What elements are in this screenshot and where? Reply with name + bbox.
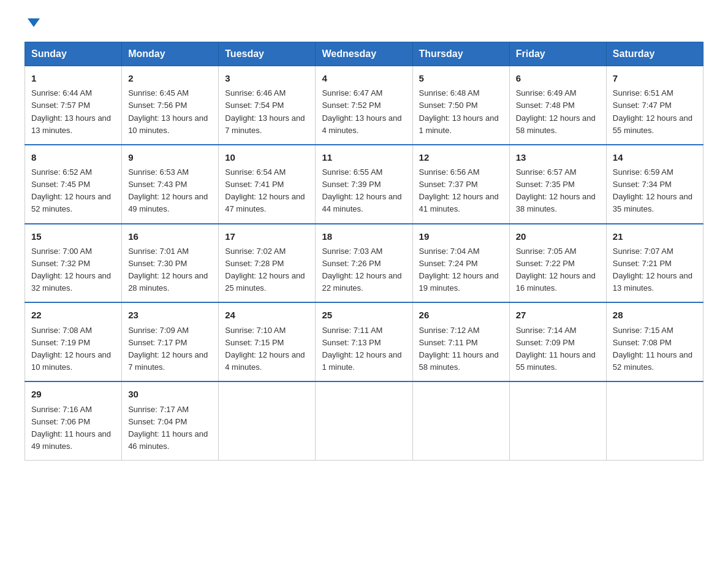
- calendar-cell: 8Sunrise: 6:52 AMSunset: 7:45 PMDaylight…: [25, 145, 122, 224]
- calendar-cell: 18Sunrise: 7:03 AMSunset: 7:26 PMDayligh…: [316, 224, 412, 303]
- calendar-table: SundayMondayTuesdayWednesdayThursdayFrid…: [25, 42, 703, 461]
- sunset-label: Sunset: 7:08 PM: [613, 338, 672, 347]
- calendar-cell: 24Sunrise: 7:10 AMSunset: 7:15 PMDayligh…: [219, 302, 316, 381]
- sunset-label: Sunset: 7:54 PM: [225, 101, 284, 110]
- day-number: 10: [225, 150, 309, 164]
- sunset-label: Sunset: 7:06 PM: [31, 417, 90, 426]
- sunset-label: Sunset: 7:24 PM: [419, 259, 478, 268]
- week-row-2: 8Sunrise: 6:52 AMSunset: 7:45 PMDaylight…: [25, 145, 703, 224]
- day-number: 17: [225, 229, 309, 243]
- day-number: 4: [322, 71, 406, 85]
- sunset-label: Sunset: 7:57 PM: [31, 101, 90, 110]
- calendar-cell: [509, 381, 606, 460]
- calendar-cell: [316, 381, 412, 460]
- sunrise-label: Sunrise: 7:17 AM: [128, 405, 189, 414]
- calendar-cell: 16Sunrise: 7:01 AMSunset: 7:30 PMDayligh…: [122, 224, 219, 303]
- calendar-cell: 21Sunrise: 7:07 AMSunset: 7:21 PMDayligh…: [606, 224, 703, 303]
- calendar-cell: [412, 381, 509, 460]
- calendar-cell: 25Sunrise: 7:11 AMSunset: 7:13 PMDayligh…: [316, 302, 412, 381]
- sunrise-label: Sunrise: 7:12 AM: [419, 326, 480, 335]
- day-number: 5: [419, 71, 503, 85]
- day-number: 28: [613, 308, 697, 322]
- daylight-label: Daylight: 12 hours and 13 minutes.: [613, 271, 692, 293]
- daylight-label: Daylight: 11 hours and 52 minutes.: [613, 350, 692, 372]
- calendar-cell: 22Sunrise: 7:08 AMSunset: 7:19 PMDayligh…: [25, 302, 122, 381]
- sunrise-label: Sunrise: 7:09 AM: [128, 326, 189, 335]
- daylight-label: Daylight: 12 hours and 4 minutes.: [225, 350, 305, 372]
- sunrise-label: Sunrise: 6:48 AM: [419, 88, 480, 98]
- logo-triangle-icon: [28, 18, 40, 27]
- calendar-cell: 30Sunrise: 7:17 AMSunset: 7:04 PMDayligh…: [122, 381, 219, 460]
- sunset-label: Sunset: 7:11 PM: [419, 338, 478, 347]
- day-number: 23: [128, 308, 212, 322]
- sunrise-label: Sunrise: 7:02 AM: [225, 247, 286, 256]
- sunrise-label: Sunrise: 6:47 AM: [322, 88, 382, 98]
- daylight-label: Daylight: 13 hours and 4 minutes.: [322, 113, 401, 135]
- sunrise-label: Sunrise: 7:15 AM: [613, 326, 673, 335]
- calendar-cell: 27Sunrise: 7:14 AMSunset: 7:09 PMDayligh…: [509, 302, 606, 381]
- week-row-4: 22Sunrise: 7:08 AMSunset: 7:19 PMDayligh…: [25, 302, 703, 381]
- daylight-label: Daylight: 13 hours and 13 minutes.: [31, 113, 111, 135]
- sunset-label: Sunset: 7:17 PM: [128, 338, 187, 347]
- daylight-label: Daylight: 12 hours and 47 minutes.: [225, 192, 305, 213]
- calendar-cell: 15Sunrise: 7:00 AMSunset: 7:32 PMDayligh…: [25, 224, 122, 303]
- sunset-label: Sunset: 7:26 PM: [322, 259, 381, 268]
- day-number: 20: [516, 229, 600, 243]
- day-number: 14: [613, 150, 697, 164]
- page-header: [25, 18, 703, 29]
- day-number: 21: [613, 229, 697, 243]
- daylight-label: Daylight: 12 hours and 22 minutes.: [322, 271, 401, 293]
- daylight-label: Daylight: 12 hours and 28 minutes.: [128, 271, 208, 293]
- sunrise-label: Sunrise: 7:10 AM: [225, 326, 286, 335]
- daylight-label: Daylight: 12 hours and 52 minutes.: [31, 192, 111, 213]
- sunrise-label: Sunrise: 7:04 AM: [419, 247, 480, 256]
- sunrise-label: Sunrise: 7:16 AM: [31, 405, 92, 414]
- calendar-cell: 3Sunrise: 6:46 AMSunset: 7:54 PMDaylight…: [219, 66, 316, 145]
- sunrise-label: Sunrise: 6:44 AM: [31, 88, 92, 98]
- sunrise-label: Sunrise: 6:56 AM: [419, 167, 480, 177]
- day-number: 25: [322, 308, 406, 322]
- sunset-label: Sunset: 7:04 PM: [128, 417, 187, 426]
- daylight-label: Daylight: 13 hours and 1 minute.: [419, 113, 499, 135]
- sunset-label: Sunset: 7:41 PM: [225, 180, 284, 189]
- daylight-label: Daylight: 13 hours and 10 minutes.: [128, 113, 208, 135]
- calendar-cell: [606, 381, 703, 460]
- calendar-cell: 19Sunrise: 7:04 AMSunset: 7:24 PMDayligh…: [412, 224, 509, 303]
- sunrise-label: Sunrise: 6:53 AM: [128, 167, 189, 177]
- daylight-label: Daylight: 12 hours and 32 minutes.: [31, 271, 111, 293]
- calendar-cell: 23Sunrise: 7:09 AMSunset: 7:17 PMDayligh…: [122, 302, 219, 381]
- sunset-label: Sunset: 7:43 PM: [128, 180, 187, 189]
- day-number: 7: [613, 71, 697, 85]
- daylight-label: Daylight: 12 hours and 7 minutes.: [128, 350, 208, 372]
- sunset-label: Sunset: 7:48 PM: [516, 101, 575, 110]
- sunset-label: Sunset: 7:19 PM: [31, 338, 90, 347]
- daylight-label: Daylight: 12 hours and 16 minutes.: [516, 271, 596, 293]
- day-number: 26: [419, 308, 503, 322]
- sunrise-label: Sunrise: 6:57 AM: [516, 167, 577, 177]
- calendar-cell: 2Sunrise: 6:45 AMSunset: 7:56 PMDaylight…: [122, 66, 219, 145]
- sunset-label: Sunset: 7:39 PM: [322, 180, 381, 189]
- day-number: 27: [516, 308, 600, 322]
- day-number: 2: [128, 71, 212, 85]
- day-number: 22: [31, 308, 115, 322]
- day-number: 12: [419, 150, 503, 164]
- calendar-cell: 11Sunrise: 6:55 AMSunset: 7:39 PMDayligh…: [316, 145, 412, 224]
- calendar-cell: 10Sunrise: 6:54 AMSunset: 7:41 PMDayligh…: [219, 145, 316, 224]
- day-number: 3: [225, 71, 309, 85]
- day-number: 6: [516, 71, 600, 85]
- daylight-label: Daylight: 12 hours and 19 minutes.: [419, 271, 499, 293]
- sunrise-label: Sunrise: 6:52 AM: [31, 167, 92, 177]
- calendar-cell: 20Sunrise: 7:05 AMSunset: 7:22 PMDayligh…: [509, 224, 606, 303]
- daylight-label: Daylight: 11 hours and 55 minutes.: [516, 350, 596, 372]
- day-number: 19: [419, 229, 503, 243]
- day-number: 30: [128, 387, 212, 401]
- calendar-cell: 13Sunrise: 6:57 AMSunset: 7:35 PMDayligh…: [509, 145, 606, 224]
- day-header-friday: Friday: [509, 42, 606, 66]
- sunrise-label: Sunrise: 7:11 AM: [322, 326, 382, 335]
- day-number: 29: [31, 387, 115, 401]
- week-row-1: 1Sunrise: 6:44 AMSunset: 7:57 PMDaylight…: [25, 66, 703, 145]
- sunset-label: Sunset: 7:09 PM: [516, 338, 575, 347]
- calendar-cell: 29Sunrise: 7:16 AMSunset: 7:06 PMDayligh…: [25, 381, 122, 460]
- calendar-cell: 1Sunrise: 6:44 AMSunset: 7:57 PMDaylight…: [25, 66, 122, 145]
- sunset-label: Sunset: 7:50 PM: [419, 101, 478, 110]
